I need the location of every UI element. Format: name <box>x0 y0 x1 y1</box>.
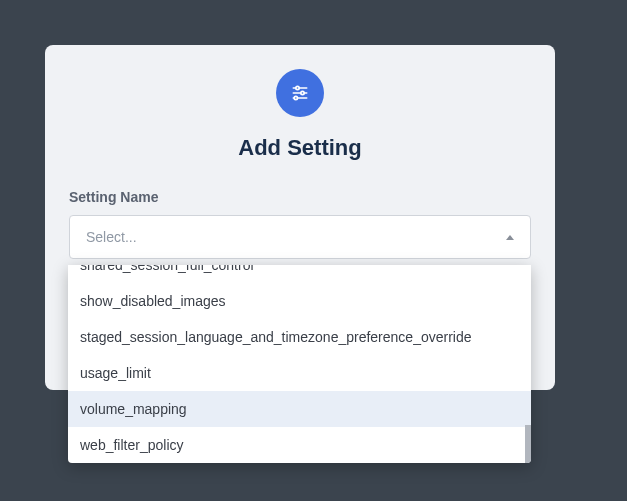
sliders-icon <box>290 83 310 103</box>
dropdown-option[interactable]: volume_mapping <box>68 391 531 427</box>
dropdown-option-label: staged_session_language_and_timezone_pre… <box>80 329 472 345</box>
svg-point-3 <box>296 86 299 89</box>
setting-name-select[interactable]: Select... <box>69 215 531 259</box>
dropdown-option-label: usage_limit <box>80 365 151 381</box>
dropdown-option-label: show_disabled_images <box>80 293 226 309</box>
svg-point-5 <box>294 96 297 99</box>
dropdown-option[interactable]: usage_limit <box>68 355 531 391</box>
chevron-up-icon <box>506 235 514 240</box>
settings-icon-circle <box>276 69 324 117</box>
setting-name-dropdown: shared_session_full_control show_disable… <box>68 265 531 463</box>
dropdown-option[interactable]: web_filter_policy <box>68 427 531 463</box>
modal-title: Add Setting <box>69 135 531 161</box>
setting-name-label: Setting Name <box>69 189 531 205</box>
dropdown-option-label: shared_session_full_control <box>80 265 254 273</box>
svg-point-4 <box>301 91 304 94</box>
dropdown-option[interactable]: shared_session_full_control <box>68 265 531 283</box>
dropdown-option[interactable]: show_disabled_images <box>68 283 531 319</box>
dropdown-option-label: volume_mapping <box>80 401 187 417</box>
select-placeholder: Select... <box>86 229 506 245</box>
dropdown-option[interactable]: staged_session_language_and_timezone_pre… <box>68 319 531 355</box>
dropdown-option-label: web_filter_policy <box>80 437 184 453</box>
dropdown-scrollbar[interactable] <box>525 265 531 463</box>
scrollbar-thumb[interactable] <box>525 425 531 463</box>
